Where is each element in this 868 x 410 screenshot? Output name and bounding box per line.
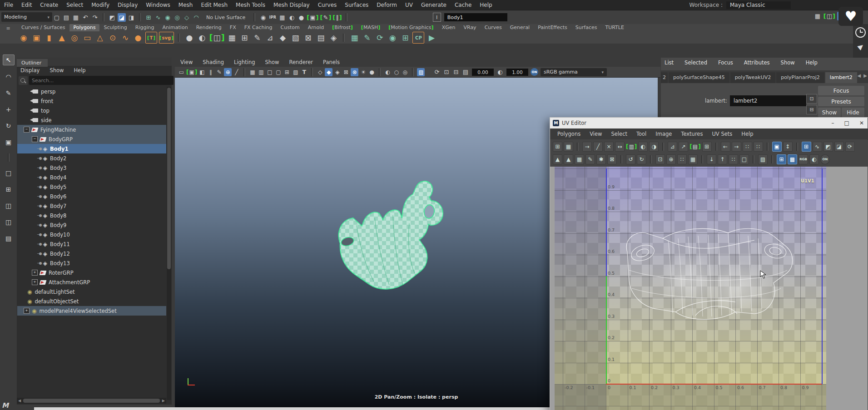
scrollbar-thumb[interactable] [167, 88, 171, 269]
time-editor-icon[interactable] [855, 27, 866, 38]
viewport-gamma-ball-icon[interactable]: ○ [392, 68, 400, 76]
outliner-item-attachmentgrp[interactable]: +AttachmentGRP [17, 277, 166, 287]
expand-icon[interactable]: + [32, 270, 38, 276]
menu-create[interactable]: Create [36, 2, 62, 8]
two-pane-layout-icon[interactable]: ◫ [3, 201, 14, 211]
viewport-paste-icon[interactable]: ⊡ [442, 68, 451, 76]
single-pane-layout-icon[interactable]: □ [3, 168, 14, 178]
smooth-icon[interactable]: ● [184, 32, 195, 43]
bridge-icon[interactable]: ⊠ [303, 32, 313, 43]
type-tool-icon[interactable]: T [145, 32, 157, 44]
menu-deform[interactable]: Deform [372, 2, 401, 8]
uv-paint-icon[interactable]: ✎ [585, 154, 595, 164]
light-editor-icon[interactable]: ▣ [307, 13, 318, 22]
viewport-use-default-material-icon[interactable]: ▢ [274, 68, 282, 76]
outliner-item-body13[interactable]: ─●◈Body13 [17, 258, 166, 268]
outliner-item-side[interactable]: side [17, 115, 166, 125]
open-scene-icon[interactable]: ▤ [62, 13, 70, 22]
uv-delete-icon[interactable]: × [604, 142, 614, 152]
scale-tool-icon[interactable]: ▣ [3, 137, 14, 147]
viewport-textures-toggle-icon[interactable]: T [300, 68, 308, 76]
shelf-tab-xgen[interactable]: XGen [438, 24, 460, 31]
uv-canvas[interactable]: 0.90.80.70.60.50.40.30.20.10-0.2-0.100.1… [550, 167, 868, 410]
send-feedback-icon[interactable]: ▶ [856, 41, 865, 51]
quad-draw-icon[interactable]: ◆ [277, 32, 288, 43]
uv-straighten-icon[interactable]: ⊿ [668, 142, 677, 152]
outliner-item-body8[interactable]: ─●◈Body8 [17, 211, 166, 220]
uv-rotate-ccw-icon[interactable]: ↺ [626, 154, 635, 164]
uv-paste-icon[interactable]: ⊕ [666, 154, 676, 164]
poly-cylinder-icon[interactable]: ▮ [44, 32, 55, 43]
outliner-item-persp[interactable]: persp [17, 87, 166, 96]
poly-plane-icon[interactable]: ▭ [82, 32, 93, 43]
uv-menu-image[interactable]: Image [651, 131, 676, 137]
scrollbar-thumb[interactable] [23, 399, 160, 403]
uv-stack-icon[interactable]: ▦ [688, 154, 698, 164]
select-hierarchy-icon[interactable]: ◩ [108, 13, 116, 22]
viewport-msaa-icon[interactable]: ◎ [401, 68, 409, 76]
uv-copy-icon[interactable]: ⊡ [655, 154, 665, 164]
uv-lattice-icon[interactable]: ▦ [575, 154, 584, 164]
menu-help[interactable]: Help [476, 2, 496, 8]
outliner-item-body2[interactable]: ─●◈Body2 [17, 153, 166, 163]
uv-flip-v-icon[interactable]: ◑ [649, 142, 659, 152]
outliner-item-fyingmachine[interactable]: −FyingMachine [17, 125, 166, 134]
render-current-frame-icon[interactable]: ◉ [259, 13, 267, 22]
menu-cache[interactable]: Cache [451, 2, 476, 8]
color-management-toggle[interactable]: ON [531, 68, 538, 76]
viewport-lighting-default-icon[interactable]: ⊠ [342, 68, 350, 76]
viewport-bookmark-icon[interactable]: ▣ [186, 68, 197, 76]
uv-menu-textures[interactable]: Textures [676, 131, 707, 137]
uv-select-shell-icon[interactable]: ▲ [564, 154, 573, 164]
hide-button[interactable]: Hide [842, 108, 864, 117]
filter-icon[interactable] [19, 76, 28, 85]
outliner-item-body6[interactable]: ─●◈Body6 [17, 192, 166, 201]
uv-layout-icon[interactable]: ▤ [689, 142, 700, 151]
menu-set-dropdown[interactable]: Modeling ▾ [1, 12, 52, 22]
undo-icon[interactable]: ↶ [81, 13, 89, 22]
uv-grid-display-icon[interactable]: ⊞ [802, 142, 811, 152]
uv-align-down-icon[interactable]: ↓ [707, 154, 716, 164]
tab-fragment[interactable]: 2 [661, 72, 668, 83]
collapse-icon[interactable]: − [32, 136, 38, 142]
live-surface-indicator[interactable]: No Live Surface [206, 15, 245, 20]
shelf-tab-animation[interactable]: Animation [159, 24, 192, 31]
attribute-tab-polyplanarproj2[interactable]: polyPlanarProj2 [776, 72, 824, 83]
expand-icon[interactable]: + [32, 279, 38, 285]
viewport-menu-lighting[interactable]: Lighting [234, 59, 255, 65]
viewport-ao-icon[interactable]: ▧ [292, 68, 299, 76]
attribute-menu-show[interactable]: Show [781, 59, 795, 66]
minimize-button[interactable]: – [832, 120, 834, 126]
pause-viewport-icon[interactable]: ∥ [332, 13, 342, 22]
transfer-attributes-icon[interactable]: ▶ [426, 32, 437, 43]
menu-file[interactable]: File [0, 2, 17, 8]
menu-mesh[interactable]: Mesh [174, 2, 197, 8]
character-controls-icon[interactable]: ◫ [823, 12, 835, 20]
custom-layout-icon[interactable]: ▤ [3, 233, 14, 243]
tab-scroll-right-icon[interactable]: ▶ [863, 73, 867, 78]
maximize-button[interactable]: □ [844, 120, 849, 126]
menu-generate[interactable]: Generate [417, 2, 451, 8]
poly-cone-icon[interactable]: ▲ [56, 32, 67, 43]
uv-align-left-icon[interactable]: ← [721, 142, 730, 152]
uv-checker-toggle-icon[interactable]: ⊞ [777, 154, 786, 164]
gamma-field[interactable]: 1.00 [506, 69, 528, 76]
menu-surfaces[interactable]: Surfaces [341, 2, 372, 8]
outliner-horizontal-scrollbar[interactable]: ◀ ▶ [17, 398, 166, 404]
exposure-field[interactable]: 0.00 [472, 69, 494, 76]
menu-edit[interactable]: Edit [17, 2, 36, 8]
viewport-wireframe-icon[interactable]: ▦ [248, 68, 256, 76]
menu-mesh-tools[interactable]: Mesh Tools [232, 2, 269, 8]
viewport-shaded-icon[interactable]: ▥ [257, 68, 265, 76]
uv-menu-view[interactable]: View [585, 131, 606, 137]
shelf-menu-icon[interactable]: ≡ [0, 24, 16, 45]
uv-flip-u-icon[interactable]: ◐ [638, 142, 648, 152]
viewport-menu-view[interactable]: View [180, 59, 193, 65]
uv-select-tool-icon[interactable]: ▲ [553, 154, 562, 164]
viewport-isolate-selected-icon[interactable]: ◆ [325, 68, 332, 76]
viewport-menu-renderer[interactable]: Renderer [289, 59, 313, 65]
uv-normalize-icon[interactable]: ∷ [729, 154, 738, 164]
outliner-item-defaultlightset[interactable]: ◉defaultLightSet [17, 287, 166, 296]
uv-rgb-channels-icon[interactable]: RGB [799, 154, 808, 164]
poly-disc-icon[interactable]: ● [133, 32, 144, 43]
